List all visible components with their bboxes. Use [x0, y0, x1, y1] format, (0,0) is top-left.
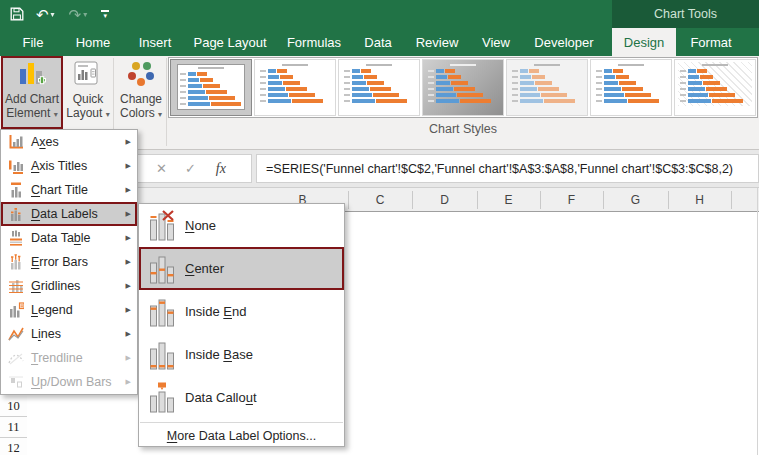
submenu-item-center[interactable]: Center	[139, 247, 344, 290]
chart-styles-gallery	[168, 57, 758, 118]
row-header-12[interactable]: 12	[0, 438, 27, 455]
title-bar: ↶ ▾ ↷ ▾ ▾ Chart Tools	[0, 0, 759, 28]
tab-file[interactable]: File	[10, 28, 56, 56]
data-labels-data-callout-icon	[139, 382, 185, 414]
save-icon[interactable]	[10, 7, 24, 21]
cancel-icon[interactable]: ✕	[156, 161, 167, 176]
data-labels-center-icon	[139, 253, 185, 285]
axes-icon	[1, 134, 31, 150]
undo-icon[interactable]: ↶ ▾	[36, 7, 55, 22]
excel-window: ↶ ▾ ↷ ▾ ▾ Chart Tools File Home Insert P…	[0, 0, 759, 455]
add-chart-element-menu: Axes ▶ Axis Titles ▶ Chart Title ▶ Data …	[0, 129, 138, 395]
tab-insert[interactable]: Insert	[132, 28, 178, 56]
formula-input[interactable]: =SERIES('Funnel chart'!$C$2,'Funnel char…	[256, 154, 759, 183]
enter-icon[interactable]: ✓	[185, 161, 196, 176]
tab-data[interactable]: Data	[356, 28, 400, 56]
tab-review[interactable]: Review	[410, 28, 464, 56]
formula-bar-buttons: ✕ ✓ fx	[137, 154, 252, 183]
menu-item-up-down-bars: Up/Down Bars ▶	[1, 370, 137, 394]
column-header-g[interactable]: G	[603, 188, 668, 212]
data-labels-inside-base-icon	[139, 339, 185, 371]
ribbon-tab-row: File Home Insert Page Layout Formulas Da…	[0, 28, 759, 56]
submenu-arrow-icon: ▶	[126, 186, 131, 194]
menu-item-trendline: Trendline ▶	[1, 346, 137, 370]
tab-page-layout[interactable]: Page Layout	[190, 28, 270, 56]
chart-style-thumb[interactable]	[170, 59, 252, 116]
gridlines-icon	[1, 278, 31, 294]
submenu-arrow-icon: ▶	[126, 330, 131, 338]
undo-caret-icon[interactable]: ▾	[51, 10, 55, 19]
add-chart-element-button[interactable]: Add Chart Element ▾	[2, 57, 62, 128]
tab-developer[interactable]: Developer	[528, 28, 600, 56]
column-header-f[interactable]: F	[540, 188, 603, 212]
submenu-arrow-icon: ▶	[126, 378, 131, 386]
redo-caret-icon: ▾	[83, 10, 87, 19]
data-labels-submenu: None Center Inside End Inside Base Data …	[138, 203, 345, 447]
chart-style-thumb[interactable]	[590, 59, 672, 116]
submenu-item-more-options[interactable]: More Data Label Options...	[139, 426, 344, 446]
data-table-icon	[1, 230, 31, 246]
change-colors-icon	[126, 61, 156, 90]
submenu-item-none[interactable]: None	[139, 204, 344, 247]
chart-style-thumb[interactable]	[422, 59, 504, 116]
tab-formulas[interactable]: Formulas	[282, 28, 346, 56]
menu-item-error-bars[interactable]: Error Bars ▶	[1, 250, 137, 274]
submenu-item-inside-base[interactable]: Inside Base	[139, 333, 344, 376]
change-colors-button[interactable]: Change Colors ▾	[115, 57, 167, 128]
submenu-arrow-icon: ▶	[126, 306, 131, 314]
tab-format[interactable]: Format	[682, 28, 740, 56]
trendline-icon	[1, 350, 31, 366]
data-labels-icon	[1, 206, 31, 222]
tab-view[interactable]: View	[474, 28, 518, 56]
row-headers: 10 11 12	[0, 396, 27, 455]
chart-styles-group-label: Chart Styles	[168, 122, 758, 136]
data-labels-none-icon	[139, 210, 185, 242]
error-bars-icon	[1, 254, 31, 270]
column-header-h[interactable]: H	[668, 188, 731, 212]
column-header-d[interactable]: D	[412, 188, 477, 212]
menu-item-lines[interactable]: Lines ▶	[1, 322, 137, 346]
up-down-bars-icon	[1, 374, 31, 390]
row-header-11[interactable]: 11	[0, 417, 27, 438]
add-chart-element-icon	[18, 61, 46, 90]
customize-qat-icon[interactable]: ▾	[101, 10, 109, 18]
submenu-arrow-icon: ▶	[126, 210, 131, 218]
redo-icon: ↷ ▾	[69, 7, 88, 22]
submenu-item-inside-end[interactable]: Inside End	[139, 290, 344, 333]
row-header-10[interactable]: 10	[0, 396, 27, 417]
chart-style-thumb[interactable]	[254, 59, 336, 116]
column-header-e[interactable]: E	[477, 188, 540, 212]
tab-home[interactable]: Home	[70, 28, 116, 56]
submenu-arrow-icon: ▶	[126, 354, 131, 362]
chart-tools-contextual-label: Chart Tools	[612, 0, 759, 28]
sheet-edge-line	[757, 188, 758, 455]
group-divider	[166, 58, 167, 146]
axis-titles-icon	[1, 158, 31, 174]
submenu-item-data-callout[interactable]: Data Callout	[139, 376, 344, 419]
submenu-arrow-icon: ▶	[126, 234, 131, 242]
column-header-c[interactable]: C	[348, 188, 412, 212]
data-labels-inside-end-icon	[139, 296, 185, 328]
quick-access-toolbar: ↶ ▾ ↷ ▾ ▾	[0, 0, 109, 28]
quick-layout-button[interactable]: Quick Layout ▾	[64, 57, 112, 128]
chart-style-thumb[interactable]	[338, 59, 420, 116]
lines-icon	[1, 326, 31, 342]
submenu-arrow-icon: ▶	[126, 282, 131, 290]
submenu-separator	[140, 422, 343, 423]
submenu-arrow-icon: ▶	[126, 258, 131, 266]
chart-style-thumb[interactable]	[674, 59, 756, 116]
menu-item-gridlines[interactable]: Gridlines ▶	[1, 274, 137, 298]
menu-item-axis-titles[interactable]: Axis Titles ▶	[1, 154, 137, 178]
menu-item-axes[interactable]: Axes ▶	[1, 130, 137, 154]
menu-item-data-table[interactable]: Data Table ▶	[1, 226, 137, 250]
quick-layout-icon	[74, 61, 102, 90]
menu-item-legend[interactable]: Legend ▶	[1, 298, 137, 322]
chart-style-thumb[interactable]	[506, 59, 588, 116]
chart-title-icon	[1, 182, 31, 198]
tab-design[interactable]: Design	[612, 28, 676, 56]
insert-function-icon[interactable]: fx	[216, 161, 226, 177]
legend-icon	[1, 302, 31, 318]
submenu-arrow-icon: ▶	[126, 162, 131, 170]
menu-item-data-labels[interactable]: Data Labels ▶	[1, 202, 137, 226]
menu-item-chart-title[interactable]: Chart Title ▶	[1, 178, 137, 202]
